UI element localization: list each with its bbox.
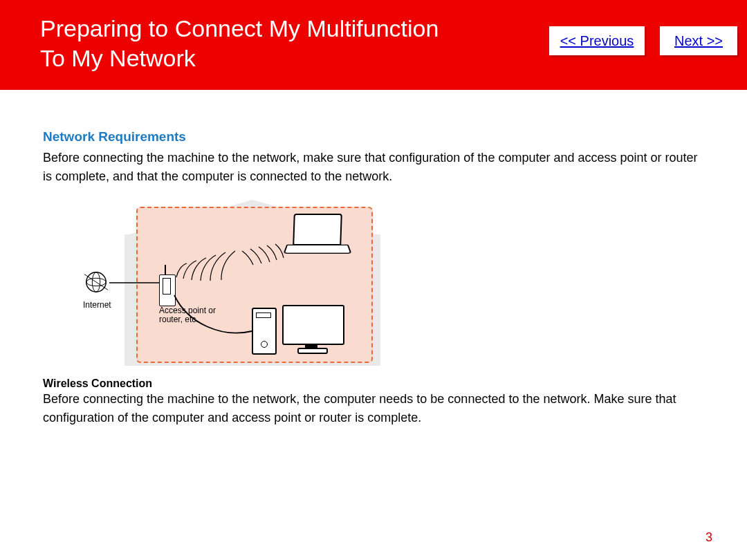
monitor-icon [282,305,343,352]
access-point-label: Access point or router, etc. [159,306,216,324]
next-button[interactable]: Next >> [660,26,737,55]
network-diagram: Internet Access point or router, etc. [43,200,389,369]
internet-globe-icon [83,269,109,295]
page-title: Preparing to Connect My Multifunction To… [40,14,439,73]
internet-label: Internet [83,300,111,310]
wireless-heading: Wireless Connection [43,377,707,390]
intro-text: Before connecting the machine to the net… [43,149,707,186]
desktop-tower-icon [252,308,277,355]
header-bar: Preparing to Connect My Multifunction To… [0,0,747,90]
content-area: Network Requirements Before connecting t… [43,129,707,427]
previous-button[interactable]: << Previous [549,26,645,55]
page-number: 3 [706,530,712,545]
wireless-body: Before connecting the machine to the net… [43,390,707,427]
wireless-signal-icon [173,236,290,284]
section-heading: Network Requirements [43,129,707,144]
laptop-icon [285,214,347,255]
access-point-antenna-icon [165,265,166,274]
